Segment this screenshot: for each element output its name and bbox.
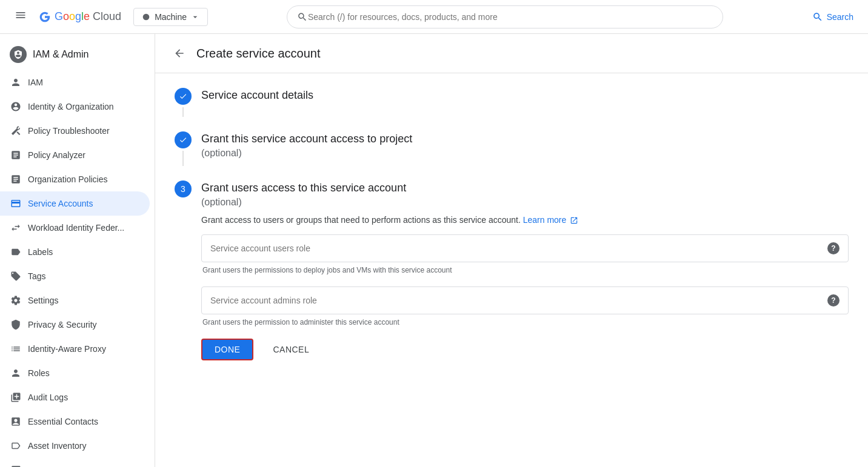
action-buttons: DONE CANCEL <box>201 339 849 360</box>
table-chart-icon <box>10 464 22 467</box>
sidebar-item-labels[interactable]: Labels <box>0 240 150 264</box>
users-role-container: ? Grant users the permissions to deploy … <box>201 234 849 274</box>
sidebar-item-policy-troubleshooter[interactable]: Policy Troubleshooter <box>0 119 150 143</box>
step-2-section: Grant this service account access to pro… <box>175 131 849 166</box>
back-button[interactable] <box>170 44 189 63</box>
grant-desc-text: Grant access to users or groups that nee… <box>201 215 521 225</box>
page-title: Create service account <box>196 47 321 61</box>
admins-role-input-row: ? <box>201 286 849 314</box>
logo[interactable]: Google Cloud <box>39 10 121 23</box>
step-1-indicator <box>175 88 192 117</box>
sidebar-item-audit-logs[interactable]: Audit Logs <box>0 385 150 409</box>
sidebar-item-policy-analyzer[interactable]: Policy Analyzer <box>0 143 150 167</box>
format-list-icon <box>10 391 22 403</box>
step-2-circle <box>175 131 192 148</box>
sidebar-item-label: Policy Troubleshooter <box>28 126 110 136</box>
step-2-content: Grant this service account access to pro… <box>201 131 849 166</box>
account-circle-icon <box>10 101 22 113</box>
sidebar-item-quotas[interactable]: Quotas <box>0 458 150 467</box>
search-input[interactable] <box>308 12 713 22</box>
contact-page-icon <box>10 416 22 428</box>
sidebar-item-tags[interactable]: Tags <box>0 264 150 288</box>
sidebar-item-label: Identity-Aware Proxy <box>28 344 106 354</box>
sidebar-item-label: Tags <box>28 271 46 281</box>
sidebar-item-workload-identity[interactable]: Workload Identity Feder... <box>0 216 150 240</box>
step-3-circle: 3 <box>175 181 192 197</box>
step-3-description: Grant access to users or groups that nee… <box>201 215 849 225</box>
sidebar-item-service-accounts[interactable]: Service Accounts <box>0 191 150 216</box>
iam-admin-icon <box>10 46 27 63</box>
settings-icon <box>10 294 22 306</box>
sidebar-header: IAM & Admin <box>0 39 155 70</box>
step-1-circle <box>175 88 192 105</box>
sidebar-item-privacy-security[interactable]: Privacy & Security <box>0 313 150 337</box>
main-content-area: Create service account Service account d… <box>155 34 868 467</box>
admins-role-container: ? Grant users the permission to administ… <box>201 286 849 326</box>
label-outline-icon <box>10 440 22 452</box>
users-role-description: Grant users the permissions to deploy jo… <box>201 266 849 274</box>
step-3-section: 3 Grant users access to this service acc… <box>175 181 849 360</box>
sidebar-item-label: Settings <box>28 296 59 305</box>
project-name: Machine <box>155 12 187 22</box>
sidebar-item-label: Labels <box>28 247 53 257</box>
users-role-input[interactable] <box>210 243 823 253</box>
step-1-title: Service account details <box>201 89 849 102</box>
search-container <box>287 5 723 28</box>
sidebar-item-settings[interactable]: Settings <box>0 288 150 313</box>
sidebar-item-label: Service Accounts <box>28 199 93 208</box>
list-alt-icon <box>10 173 22 185</box>
logo-text: Google Cloud <box>55 10 121 23</box>
step-2-optional: (optional) <box>201 148 849 159</box>
sidebar-item-label: Essential Contacts <box>28 417 98 426</box>
sidebar-item-identity-aware-proxy[interactable]: Identity-Aware Proxy <box>0 337 150 361</box>
users-role-help-icon[interactable]: ? <box>827 242 840 254</box>
sidebar-item-label: Asset Inventory <box>28 441 87 451</box>
step-1-section: Service account details <box>175 88 849 117</box>
build-icon <box>10 125 22 137</box>
done-button[interactable]: DONE <box>201 339 253 360</box>
credit-card-icon <box>10 197 22 210</box>
admins-role-input[interactable] <box>210 296 823 305</box>
step-2-title: Grant this service account access to pro… <box>201 133 849 145</box>
step-3-optional: (optional) <box>201 197 849 208</box>
project-selector[interactable]: Machine <box>133 8 208 26</box>
step-1-content: Service account details <box>201 88 849 117</box>
svg-point-0 <box>143 13 150 20</box>
sidebar-item-label: Roles <box>28 368 50 378</box>
sidebar: IAM & Admin IAM Identity & Organization … <box>0 34 155 467</box>
sidebar-item-roles[interactable]: Roles <box>0 361 150 385</box>
sidebar-title: IAM & Admin <box>33 49 88 60</box>
step-3-title: Grant users access to this service accou… <box>201 182 849 194</box>
menu-icon[interactable] <box>10 4 32 29</box>
sidebar-item-asset-inventory[interactable]: Asset Inventory <box>0 434 150 458</box>
swap-horiz-icon <box>10 222 22 234</box>
person-outline-icon <box>10 367 22 379</box>
sidebar-item-org-policies[interactable]: Organization Policies <box>0 167 150 191</box>
sidebar-item-label: Organization Policies <box>28 174 108 184</box>
sidebar-item-essential-contacts[interactable]: Essential Contacts <box>0 409 150 434</box>
step-3-indicator: 3 <box>175 181 192 360</box>
sidebar-item-label: IAM <box>28 78 43 87</box>
sidebar-item-label: Identity & Organization <box>28 102 114 111</box>
receipt-icon <box>10 149 22 161</box>
cancel-button[interactable]: CANCEL <box>263 340 319 359</box>
page-header: Create service account <box>155 34 868 73</box>
search-label: Search <box>827 12 853 22</box>
label-icon <box>10 246 22 258</box>
sidebar-item-iam[interactable]: IAM <box>0 70 150 94</box>
step-3-content: Grant users access to this service accou… <box>201 181 849 360</box>
sidebar-item-label: Privacy & Security <box>28 320 97 330</box>
person-icon <box>10 76 22 88</box>
sidebar-item-label: Workload Identity Feder... <box>28 223 124 233</box>
shield-icon <box>10 319 22 331</box>
search-button[interactable]: Search <box>807 7 858 27</box>
step-1-line <box>182 107 184 117</box>
admins-role-help-icon[interactable]: ? <box>827 294 840 306</box>
list-icon <box>10 343 22 355</box>
layout: IAM & Admin IAM Identity & Organization … <box>0 34 868 467</box>
sidebar-item-identity-org[interactable]: Identity & Organization <box>0 94 150 119</box>
learn-more-link[interactable]: Learn more <box>523 215 578 225</box>
sidebar-item-label: Policy Analyzer <box>28 150 85 160</box>
admins-role-description: Grant users the permission to administer… <box>201 318 849 326</box>
tag-icon <box>10 270 22 282</box>
